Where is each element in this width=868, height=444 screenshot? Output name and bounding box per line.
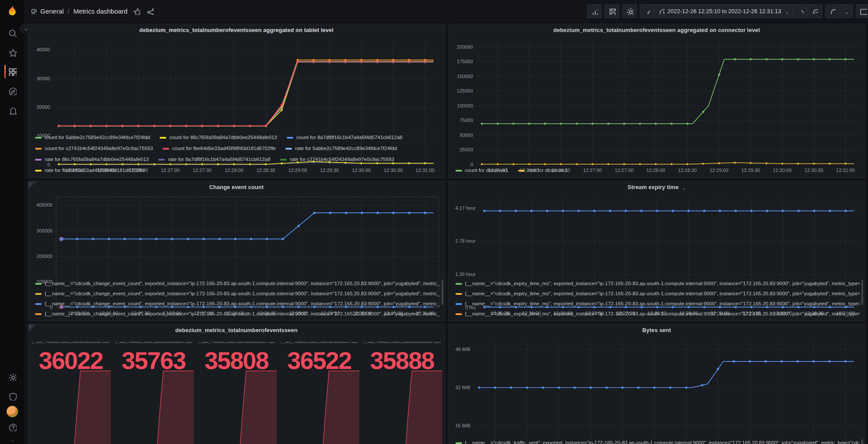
panel-header[interactable]: debezium_metrics_totalnumberofeventsseen…	[448, 24, 865, 36]
legend-item[interactable]: count for 5abbe2c7589e42cc89e34fdce7f24f…	[35, 132, 150, 143]
star-icon	[8, 48, 17, 57]
dashboard-settings-button[interactable]	[622, 4, 637, 18]
legend-item[interactable]: count for 8a7df8f16c1b47a4a5f4d5741cb612…	[287, 132, 402, 143]
svg-text:100000: 100000	[457, 103, 473, 108]
legend-item[interactable]: count for 86c765fa09a84a7dbb0ee25448afe0…	[160, 132, 277, 143]
svg-text:1.39 hour: 1.39 hour	[455, 272, 476, 277]
legend-scrollbar[interactable]	[861, 439, 863, 444]
legend-item[interactable]: rate for 86c765fa09a84a7dbb0ee25448afe01…	[35, 154, 149, 165]
panel-title[interactable]: Bytes sent	[642, 327, 671, 333]
chevron-down-icon	[844, 9, 849, 14]
tv-monitor-icon	[859, 7, 867, 15]
refresh-button[interactable]	[825, 5, 840, 18]
sidebar-item-dashboards[interactable]	[0, 62, 24, 81]
star-dashboard-button[interactable]	[132, 6, 141, 16]
panel-info-corner-icon[interactable]: i	[28, 181, 37, 190]
legend-item[interactable]: {__name__="cdcsdk_change_event_count", e…	[35, 309, 440, 319]
sidebar-item-server-admin[interactable]	[0, 387, 24, 406]
sidebar-item-alerting[interactable]	[0, 100, 24, 120]
legend-swatch	[287, 137, 293, 139]
panel-info-corner-icon[interactable]: i	[28, 324, 37, 333]
legend-item[interactable]: rate for c2741b4c54f24349a8e97e0c9ac7559…	[280, 154, 395, 165]
legend-row: {__name__="cdcsdk_change_event_count", e…	[35, 289, 440, 299]
sidebar-item-starred[interactable]	[0, 43, 24, 62]
time-shift-forward-button[interactable]	[793, 5, 808, 18]
legend-row: rate for 86c765fa09a84a7dbb0ee25448afe01…	[35, 154, 440, 165]
add-panel-button[interactable]	[587, 4, 602, 18]
clock-icon	[658, 8, 665, 14]
zoom-out-icon	[812, 8, 818, 14]
legend-label: count for 5abbe2c7589e42cc89e34fdce7f24f…	[45, 132, 150, 143]
timeseries-chart[interactable]: 12:25:3012:26:0012:26:3012:27:0012:27:30…	[448, 193, 865, 278]
grafana-logo-icon[interactable]	[6, 4, 19, 17]
panel-header[interactable]: debezium_metrics_totalnumberofeventsseen…	[28, 24, 445, 36]
legend-item[interactable]: count for c2741b4c54f24349a8e97e0c9ac755…	[35, 143, 153, 154]
sidebar-item-help[interactable]	[0, 417, 24, 437]
chevron-down-icon[interactable]	[10, 437, 14, 441]
legend-item[interactable]: {__name__="cdcsdk_change_event_count", e…	[35, 289, 440, 299]
user-avatar[interactable]	[7, 406, 18, 417]
panel-title[interactable]: Stream expiry time	[628, 184, 679, 190]
refresh-interval-dropdown[interactable]	[840, 5, 853, 18]
svg-text:175000: 175000	[457, 59, 473, 64]
legend-label: {__name__="cdcsdk_expiry_time_ms", expor…	[465, 289, 860, 299]
panel-header[interactable]: Change event count	[28, 181, 445, 193]
zoom-out-time-button[interactable]	[808, 5, 822, 18]
legend-swatch	[280, 159, 287, 161]
panel-title[interactable]: debezium_metrics_totalnumberofeventsseen	[175, 327, 298, 333]
legend-scrollbar[interactable]	[441, 279, 443, 305]
legend-item[interactable]: {__name__="cdcsdk_expiry_time_ms", expor…	[455, 279, 860, 289]
legend-item[interactable]: {__name__="cdcsdk_traffic_sent", exporte…	[455, 438, 860, 444]
legend-swatch	[35, 303, 42, 305]
panel-header[interactable]: Bytes sent	[448, 324, 865, 336]
legend-item[interactable]: rate for dbserver1	[518, 165, 568, 176]
legend-row: {__name__="cdcsdk_change_event_count", e…	[35, 309, 440, 319]
legend-swatch	[455, 442, 462, 444]
share-dashboard-button[interactable]	[145, 6, 155, 16]
legend-swatch	[35, 159, 42, 161]
legend-item[interactable]: count for dbserver1	[455, 165, 509, 176]
svg-text:150000: 150000	[457, 74, 473, 79]
save-dashboard-button[interactable]	[605, 4, 619, 18]
legend-item[interactable]: {__name__="cdcsdk_change_event_count", e…	[35, 279, 440, 289]
timeseries-chart[interactable]: 12:25:3012:26:0012:26:3012:27:0012:27:30…	[448, 36, 865, 164]
panel-title[interactable]: debezium_metrics_totalnumberofeventsseen…	[553, 27, 760, 33]
legend-item[interactable]: count for fbe64d5e33ad45f98f40d181d6702f…	[163, 143, 276, 154]
legend-scrollbar[interactable]	[861, 279, 863, 305]
tv-kiosk-button[interactable]	[856, 4, 868, 18]
time-shift-back-button[interactable]	[640, 5, 654, 18]
sidebar-item-explore[interactable]	[0, 81, 24, 100]
legend-label: count for fbe64d5e33ad45f98f40d181d6702f…	[172, 143, 276, 154]
breadcrumb-section[interactable]: General	[40, 7, 64, 15]
legend-label: rate for c2741b4c54f24349a8e97e0c9ac7559…	[290, 154, 395, 165]
stat-cell: {__name__="debezium_metrics_totalnumbero…	[30, 336, 111, 444]
legend-item[interactable]: {__name__="cdcsdk_expiry_time_ms", expor…	[455, 299, 860, 309]
sidebar-expand-button[interactable]	[20, 25, 28, 33]
timeseries-chart[interactable]: 12:25:3012:26:0012:26:3012:27:0012:27:30…	[28, 36, 445, 131]
time-range-picker[interactable]: 2022-12-26 12:25:10 to 2022-12-26 12:31:…	[654, 5, 793, 18]
legend-item[interactable]: {__name__="cdcsdk_expiry_time_ms", expor…	[455, 309, 860, 319]
dashboards-grid-icon	[8, 67, 17, 76]
panel-change-event-count: i Change event count 12:25:3012:26:0012:…	[28, 181, 445, 321]
legend-label: rate for fbe64d5e33ad45f98f40d181d6702ff…	[45, 165, 145, 176]
timeseries-chart[interactable]: 12:25:3012:26:0012:26:3012:27:0012:27:30…	[448, 336, 865, 437]
timeseries-chart[interactable]: 12:25:3012:26:0012:26:3012:27:0012:27:30…	[28, 193, 445, 278]
legend-swatch	[163, 148, 169, 150]
breadcrumb-page-title[interactable]: Metrics dashboard	[74, 7, 128, 15]
legend-item[interactable]: rate for fbe64d5e33ad45f98f40d181d6702ff…	[35, 165, 145, 176]
panel-title[interactable]: Change event count	[209, 184, 263, 190]
sidebar-item-configuration[interactable]	[0, 367, 24, 387]
panel-bytes-sent: Bytes sent 12:25:3012:26:0012:26:3012:27…	[448, 324, 866, 444]
legend-item[interactable]: rate for 5abbe2c7589e42cc89e34fdce7f24fd…	[285, 143, 397, 154]
legend-item[interactable]: rate for 8a7df8f16c1b47a4a5f4d5741cb612a…	[158, 154, 270, 165]
svg-text:30000: 30000	[36, 76, 50, 81]
svg-text:2.78 hour: 2.78 hour	[455, 238, 476, 243]
legend-row: {__name__="cdcsdk_expiry_time_ms", expor…	[455, 289, 860, 299]
panel-header[interactable]: debezium_metrics_totalnumberofeventsseen	[28, 324, 445, 336]
panel-menu-caret-icon[interactable]	[681, 185, 686, 190]
sidebar-bottom	[0, 367, 24, 441]
panel-title[interactable]: debezium_metrics_totalnumberofeventsseen…	[139, 27, 334, 33]
legend-item[interactable]: {__name__="cdcsdk_expiry_time_ms", expor…	[455, 289, 860, 299]
panel-header[interactable]: Stream expiry time	[448, 181, 865, 193]
legend-item[interactable]: {__name__="cdcsdk_change_event_count", e…	[35, 299, 440, 309]
